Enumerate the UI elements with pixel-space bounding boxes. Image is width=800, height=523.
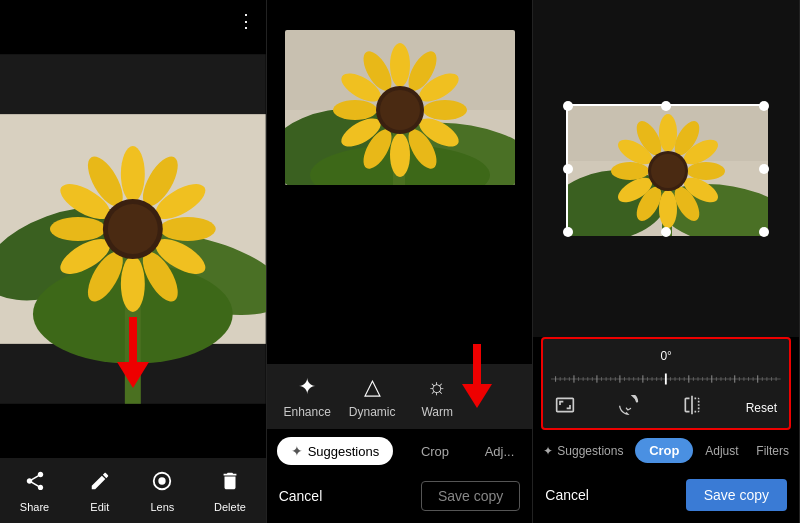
enhance-label: Enhance xyxy=(283,405,330,419)
panel-1: ⋮ xyxy=(0,0,267,523)
crop-handle-br[interactable] xyxy=(759,227,769,237)
crop-handle-mr[interactable] xyxy=(759,164,769,174)
cancel-button-3[interactable]: Cancel xyxy=(545,487,589,503)
share-button[interactable]: Share xyxy=(20,470,49,513)
svg-point-21 xyxy=(159,477,166,484)
dynamic-tool[interactable]: △ Dynamic xyxy=(340,374,405,419)
cancel-button-2[interactable]: Cancel xyxy=(279,488,323,504)
sunflower-image-2 xyxy=(285,30,515,185)
crop-tab-3-active[interactable]: Crop xyxy=(635,438,693,463)
lens-icon xyxy=(151,470,173,497)
crop-handle-tl[interactable] xyxy=(563,101,573,111)
lens-button[interactable]: Lens xyxy=(151,470,175,513)
crop-handle-tm[interactable] xyxy=(661,101,671,111)
sparkle-icon-3: ✦ xyxy=(543,444,553,458)
image-area-3 xyxy=(533,0,799,337)
edit-label: Edit xyxy=(90,501,109,513)
crop-handle-tr[interactable] xyxy=(759,101,769,111)
lens-label: Lens xyxy=(151,501,175,513)
svg-point-34 xyxy=(390,133,410,177)
action-row-2: Cancel Save copy xyxy=(267,473,533,523)
svg-point-15 xyxy=(50,217,106,241)
svg-point-53 xyxy=(659,190,677,228)
edit-icon xyxy=(89,470,111,497)
adjust-tab-2[interactable]: Adj... xyxy=(477,440,523,463)
svg-point-60 xyxy=(651,154,685,188)
bottom-toolbar-1: Share Edit Lens xyxy=(0,458,266,523)
rotation-degree-label: 0° xyxy=(551,349,781,363)
rotation-icons-row: Reset xyxy=(551,395,781,420)
svg-point-6 xyxy=(121,146,145,202)
aspect-ratio-icon[interactable] xyxy=(555,395,575,420)
warm-tool[interactable]: ☼ Warm xyxy=(405,374,470,419)
suggestions-tab-3[interactable]: ✦ Suggestions xyxy=(537,444,629,458)
adjust-tab-3[interactable]: Adjust xyxy=(699,440,744,462)
svg-point-50 xyxy=(687,162,725,180)
crop-handle-bl[interactable] xyxy=(563,227,573,237)
share-label: Share xyxy=(20,501,49,513)
suggestions-label-3: Suggestions xyxy=(557,444,623,458)
bottom-tabs-2: ✦ Suggestions Crop Adj... xyxy=(267,429,533,473)
action-row-3: Cancel Save copy xyxy=(533,471,799,523)
panel-2: ✦ Enhance △ Dynamic ☼ Warm ✦ Suggestions… xyxy=(267,0,534,523)
reset-button[interactable]: Reset xyxy=(746,401,777,415)
svg-point-47 xyxy=(659,114,677,152)
image-area-2 xyxy=(267,0,533,364)
delete-icon xyxy=(219,470,241,497)
save-copy-button-2[interactable]: Save copy xyxy=(421,481,520,511)
crop-tab-2[interactable]: Crop xyxy=(413,440,457,463)
crop-frame xyxy=(566,104,766,234)
arrow-1 xyxy=(117,317,149,388)
tools-row: ✦ Enhance △ Dynamic ☼ Warm xyxy=(267,364,533,429)
svg-point-19 xyxy=(108,204,158,254)
svg-point-28 xyxy=(390,43,410,87)
suggestions-tab[interactable]: ✦ Suggestions xyxy=(277,437,394,465)
save-copy-button-3[interactable]: Save copy xyxy=(686,479,787,511)
svg-point-41 xyxy=(380,90,420,130)
svg-point-12 xyxy=(121,256,145,312)
share-icon xyxy=(24,470,46,497)
panel-3: 0° xyxy=(533,0,800,523)
dynamic-label: Dynamic xyxy=(349,405,396,419)
warm-label: Warm xyxy=(421,405,453,419)
rotate-icon[interactable] xyxy=(619,395,639,420)
three-dots-menu[interactable]: ⋮ xyxy=(237,10,256,32)
filters-tab-3[interactable]: Filters xyxy=(750,440,795,462)
rotation-slider[interactable] xyxy=(551,369,781,389)
flip-icon[interactable] xyxy=(682,395,702,420)
enhance-icon: ✦ xyxy=(298,374,316,400)
edit-button[interactable]: Edit xyxy=(89,470,111,513)
sparkle-icon-2: ✦ xyxy=(291,443,303,459)
bottom-tabs-3: ✦ Suggestions Crop Adjust Filters xyxy=(533,430,799,471)
svg-point-31 xyxy=(423,100,467,120)
suggestions-label-2: Suggestions xyxy=(308,444,380,459)
delete-label: Delete xyxy=(214,501,246,513)
delete-button[interactable]: Delete xyxy=(214,470,246,513)
rotation-bar-area: 0° xyxy=(541,337,791,430)
dynamic-icon: △ xyxy=(364,374,381,400)
svg-point-56 xyxy=(611,162,649,180)
crop-handle-bm[interactable] xyxy=(661,227,671,237)
enhance-tool[interactable]: ✦ Enhance xyxy=(275,374,340,419)
arrow-2 xyxy=(462,344,492,408)
crop-handle-ml[interactable] xyxy=(563,164,573,174)
svg-point-9 xyxy=(160,217,216,241)
warm-icon: ☼ xyxy=(427,374,447,400)
image-area-1: ⋮ xyxy=(0,0,266,458)
svg-point-37 xyxy=(333,100,377,120)
